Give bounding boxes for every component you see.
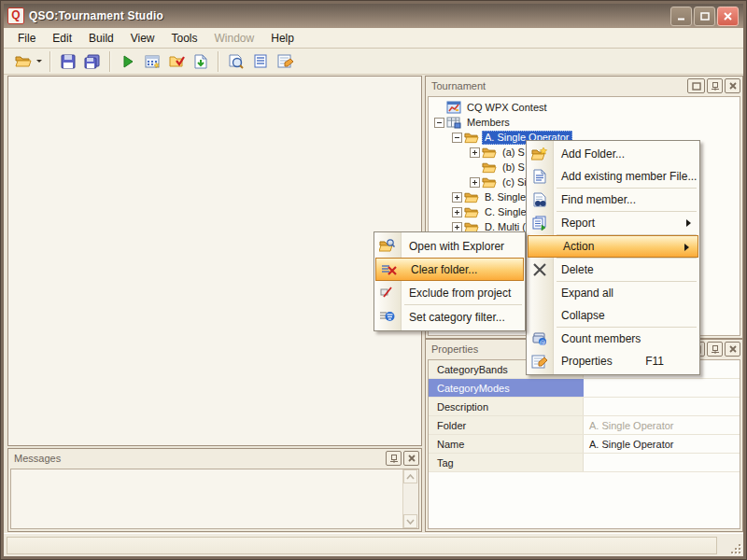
search-document-icon	[229, 54, 244, 69]
maximize-button[interactable]	[694, 7, 715, 26]
status-bar	[4, 533, 743, 556]
menu-item-expand-all[interactable]: Expand all	[527, 282, 699, 304]
tree-label[interactable]: CQ WPX Contest	[464, 101, 550, 115]
expand-icon[interactable]	[470, 147, 480, 158]
properties-icon	[531, 354, 548, 369]
menu-edit[interactable]: Edit	[44, 29, 80, 48]
menu-item-label: Add existing member File...	[561, 170, 697, 183]
menu-tools[interactable]: Tools	[163, 29, 206, 48]
submenu-item-category-filter[interactable]: Set category filter...	[374, 305, 525, 329]
expand-icon[interactable]	[470, 177, 480, 188]
report-list-button[interactable]	[249, 50, 272, 72]
toolbar	[4, 49, 743, 75]
property-row-selected[interactable]: CategoryModes	[429, 379, 740, 398]
properties-pin-button[interactable]	[707, 342, 723, 357]
delete-x-icon	[531, 262, 548, 277]
import-button[interactable]	[190, 50, 212, 72]
tournament-pin-button[interactable]	[707, 78, 723, 93]
menu-item-properties[interactable]: Properties F11	[527, 350, 699, 372]
property-value[interactable]: A. Single Operator	[584, 435, 740, 453]
close-icon	[724, 12, 732, 21]
save-all-button[interactable]	[81, 50, 104, 72]
open-dropdown-arrow[interactable]	[36, 60, 42, 63]
menu-item-add-existing[interactable]: Add existing member File...	[527, 165, 699, 188]
scroll-down-button[interactable]	[403, 514, 417, 528]
properties-button[interactable]	[274, 50, 296, 72]
messages-body	[10, 469, 419, 529]
messages-close-button[interactable]	[403, 451, 419, 466]
close-button[interactable]	[717, 7, 739, 26]
folder-icon	[464, 131, 479, 144]
collapse-icon[interactable]	[434, 118, 444, 128]
menu-file[interactable]: File	[9, 29, 44, 48]
tree-row[interactable]: Members	[429, 115, 740, 130]
submenu-item-clear-folder[interactable]: Clear folder...	[375, 258, 524, 281]
validate-button[interactable]	[165, 50, 188, 72]
add-folder-icon	[531, 147, 548, 161]
status-field	[7, 537, 717, 554]
properties-form-icon	[277, 54, 293, 68]
count-members-icon: @	[531, 331, 548, 346]
properties-title: Properties	[431, 343, 478, 355]
tree-label[interactable]: (b) S	[500, 161, 528, 175]
menu-view[interactable]: View	[122, 29, 163, 48]
expand-icon[interactable]	[452, 222, 462, 232]
schedule-button[interactable]	[141, 50, 163, 72]
expand-icon[interactable]	[452, 192, 462, 203]
action-submenu: Open with Explorer Clear folder... Exclu…	[374, 231, 526, 331]
property-name[interactable]: CategoryModes	[429, 379, 584, 397]
open-project-button[interactable]	[12, 50, 35, 72]
menu-item-find-member[interactable]: Find member...	[527, 189, 699, 211]
menu-item-delete[interactable]: Delete	[527, 259, 699, 281]
messages-pin-button[interactable]	[386, 451, 402, 466]
menu-item-action[interactable]: Action	[528, 235, 698, 258]
property-value[interactable]	[584, 379, 740, 397]
menu-item-count-members[interactable]: @ Count members	[527, 328, 699, 350]
toolbar-separator	[109, 51, 111, 72]
save-button[interactable]	[57, 50, 79, 72]
tree-label[interactable]: (c) Si	[500, 175, 529, 189]
property-name[interactable]: Tag	[429, 454, 584, 471]
members-icon	[446, 116, 461, 129]
tournament-close-button[interactable]	[725, 78, 740, 93]
menu-item-collapse[interactable]: Collapse	[527, 304, 699, 327]
run-button[interactable]	[117, 50, 139, 72]
collapse-icon[interactable]	[452, 133, 462, 143]
menu-item-report[interactable]: Report	[527, 212, 699, 234]
menu-help[interactable]: Help	[262, 29, 303, 48]
minimize-button[interactable]	[670, 7, 692, 26]
submenu-arrow-icon	[684, 244, 689, 251]
tree-row[interactable]: CQ WPX Contest	[429, 100, 740, 115]
property-row[interactable]: Tag	[429, 454, 740, 472]
scroll-up-button[interactable]	[403, 469, 417, 483]
contest-icon	[446, 101, 461, 114]
property-value[interactable]: A. Single Operator	[584, 416, 740, 434]
tournament-maximize-button[interactable]	[687, 78, 705, 93]
submenu-item-open-explorer[interactable]: Open with Explorer	[374, 234, 525, 258]
menu-item-label: Exclude from project	[409, 287, 511, 300]
tree-label[interactable]: (a) S	[500, 146, 528, 160]
property-row[interactable]: Name A. Single Operator	[429, 435, 740, 454]
menu-build[interactable]: Build	[80, 29, 122, 48]
properties-close-button[interactable]	[725, 342, 740, 357]
preview-button[interactable]	[225, 50, 247, 72]
property-row[interactable]: Description	[429, 398, 740, 416]
menu-item-add-folder[interactable]: Add Folder...	[527, 143, 699, 165]
property-value[interactable]	[584, 454, 740, 471]
resize-grip-icon[interactable]	[729, 542, 740, 553]
property-name[interactable]: Folder	[429, 416, 584, 434]
property-name[interactable]: Description	[429, 398, 584, 415]
property-row[interactable]: Folder A. Single Operator	[429, 416, 740, 435]
messages-panel: Messages	[7, 448, 422, 532]
tree-label[interactable]: B. Single	[482, 190, 529, 204]
property-value[interactable]	[584, 398, 740, 415]
submenu-arrow-icon	[686, 219, 691, 227]
minimize-icon	[677, 12, 685, 21]
tree-label[interactable]: C. Single	[482, 205, 529, 219]
property-name[interactable]: Name	[429, 435, 584, 453]
submenu-item-exclude[interactable]: Exclude from project	[374, 281, 525, 304]
folder-icon	[482, 175, 497, 189]
tree-label[interactable]: Members	[464, 116, 513, 130]
expand-icon[interactable]	[452, 207, 462, 217]
messages-scrollbar[interactable]	[402, 469, 418, 528]
